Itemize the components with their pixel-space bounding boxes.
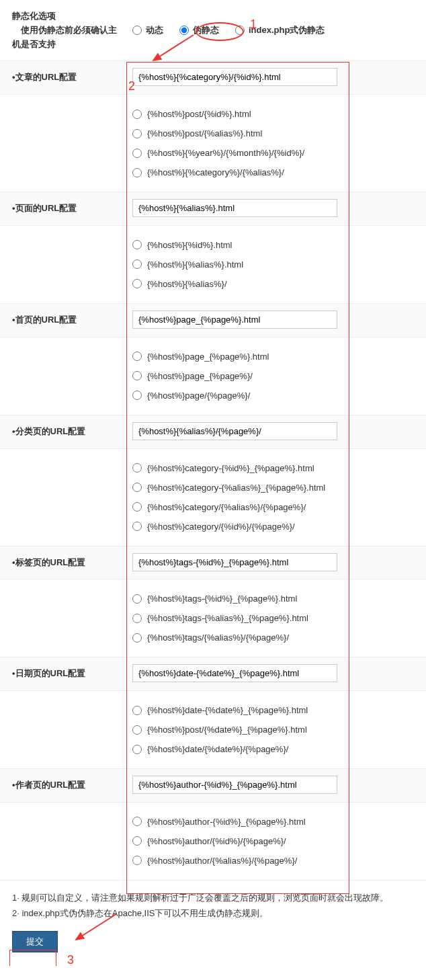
author-option-0-radio[interactable] <box>132 817 142 826</box>
header-title-2: 使用伪静态前必须确认主机是否支持 <box>12 25 117 49</box>
page-option-2[interactable]: {%host%}{%alias%}/ <box>132 274 418 294</box>
index-option-0[interactable]: {%host%}page_{%page%}.html <box>132 347 418 366</box>
submit-button[interactable]: 提交 <box>12 931 58 952</box>
article-option-3[interactable]: {%host%}{%category%}/{%alias%}/ <box>132 163 418 182</box>
author-option-0-label: {%host%}author-{%id%}_{%page%}.html <box>147 817 306 827</box>
date-url-input[interactable] <box>132 664 337 682</box>
article-option-2-label: {%host%}{%year%}/{%month%}/{%id%}/ <box>147 148 304 158</box>
category-option-3-label: {%host%}category/{%id%}/{%page%}/ <box>147 522 295 532</box>
tag-url-input[interactable] <box>132 553 337 571</box>
article-option-0-label: {%host%}post/{%id%}.html <box>147 109 251 119</box>
date-option-1-label: {%host%}post/{%date%}_{%page%}.html <box>147 725 307 735</box>
author-option-2-label: {%host%}author/{%alias%}/{%page%}/ <box>147 856 297 866</box>
note-1: 1· 规则可以自定义，请注意如果规则解析过于广泛会覆盖之后的规则，浏览页面时就会… <box>12 890 414 905</box>
date-option-0[interactable]: {%host%}date-{%date%}_{%page%}.html <box>132 700 418 720</box>
article-option-3-label: {%host%}{%category%}/{%alias%}/ <box>147 167 284 177</box>
article-option-2-radio[interactable] <box>132 149 142 158</box>
article-url-input[interactable] <box>132 68 337 86</box>
page-option-0-radio[interactable] <box>132 240 142 249</box>
page-option-1-radio[interactable] <box>132 259 142 269</box>
index-option-0-radio[interactable] <box>132 352 142 361</box>
article-option-0[interactable]: {%host%}post/{%id%}.html <box>132 104 418 124</box>
index-option-1[interactable]: {%host%}page_{%page%}/ <box>132 366 418 386</box>
mode-dynamic[interactable]: 动态 <box>132 24 163 36</box>
page-option-0-label: {%host%}{%id%}.html <box>147 240 232 250</box>
mode-pseudo-radio[interactable] <box>179 26 189 35</box>
section-tag-label: •标签页的URL配置 <box>0 546 124 579</box>
category-option-2-label: {%host%}category/{%alias%}/{%page%}/ <box>147 502 306 512</box>
page-option-2-label: {%host%}{%alias%}/ <box>147 279 227 289</box>
notes: 1· 规则可以自定义，请注意如果规则解析过于广泛会覆盖之后的规则，浏览页面时就会… <box>0 881 426 927</box>
category-option-3[interactable]: {%host%}category/{%id%}/{%page%}/ <box>132 517 418 536</box>
date-option-2-label: {%host%}date/{%date%}/{%page%}/ <box>147 744 288 754</box>
author-option-2[interactable]: {%host%}author/{%alias%}/{%page%}/ <box>132 851 418 870</box>
mode-pseudo[interactable]: 伪静态 <box>179 24 219 36</box>
page-option-0[interactable]: {%host%}{%id%}.html <box>132 235 418 255</box>
category-option-1[interactable]: {%host%}category-{%alias%}_{%page%}.html <box>132 478 418 497</box>
category-option-2-radio[interactable] <box>132 502 142 512</box>
index-option-0-label: {%host%}page_{%page%}.html <box>147 352 269 362</box>
mode-pseudo-label: 伪静态 <box>193 24 219 36</box>
index-option-2-label: {%host%}page/{%page%}/ <box>147 391 250 401</box>
header-title-1: 静态化选项 <box>12 11 56 21</box>
tag-option-1-label: {%host%}tags-{%alias%}_{%page%}.html <box>147 613 308 623</box>
tag-option-1[interactable]: {%host%}tags-{%alias%}_{%page%}.html <box>132 608 418 628</box>
index-option-1-radio[interactable] <box>132 371 142 380</box>
category-option-3-radio[interactable] <box>132 522 142 531</box>
category-option-0-label: {%host%}category-{%id%}_{%page%}.html <box>147 463 314 473</box>
article-option-2[interactable]: {%host%}{%year%}/{%month%}/{%id%}/ <box>132 143 418 163</box>
mode-dynamic-radio[interactable] <box>132 26 142 35</box>
page-option-1-label: {%host%}{%alias%}.html <box>147 259 243 270</box>
page-option-1[interactable]: {%host%}{%alias%}.html <box>132 255 418 274</box>
tag-option-2[interactable]: {%host%}tags/{%alias%}/{%page%}/ <box>132 628 418 647</box>
date-option-1[interactable]: {%host%}post/{%date%}_{%page%}.html <box>132 720 418 739</box>
category-option-0-radio[interactable] <box>132 463 142 473</box>
author-option-0[interactable]: {%host%}author-{%id%}_{%page%}.html <box>132 812 418 831</box>
category-option-0[interactable]: {%host%}category-{%id%}_{%page%}.html <box>132 458 418 478</box>
section-article-label: •文章的URL配置 <box>0 61 124 94</box>
category-option-2[interactable]: {%host%}category/{%alias%}/{%page%}/ <box>132 497 418 517</box>
page-option-2-radio[interactable] <box>132 279 142 288</box>
index-option-2[interactable]: {%host%}page/{%page%}/ <box>132 386 418 405</box>
date-option-0-label: {%host%}date-{%date%}_{%page%}.html <box>147 705 308 715</box>
article-option-1-label: {%host%}post/{%alias%}.html <box>147 128 262 138</box>
section-date-label: •日期页的URL配置 <box>0 657 124 690</box>
article-option-1[interactable]: {%host%}post/{%alias%}.html <box>132 124 418 143</box>
section-category-label: •分类页的URL配置 <box>0 415 124 448</box>
author-option-1-radio[interactable] <box>132 836 142 846</box>
mode-indexphp-radio[interactable] <box>235 26 245 35</box>
tag-option-0-label: {%host%}tags-{%id%}_{%page%}.html <box>147 594 297 604</box>
section-index-label: •首页的URL配置 <box>0 304 124 337</box>
mode-dynamic-label: 动态 <box>146 24 163 36</box>
date-option-0-radio[interactable] <box>132 706 142 715</box>
note-2: 2· index.php式伪伪静态在Apache,IIS下可以不用生成伪静态规则… <box>12 905 414 921</box>
index-option-2-radio[interactable] <box>132 391 142 400</box>
tag-option-2-radio[interactable] <box>132 633 142 643</box>
author-option-2-radio[interactable] <box>132 856 142 865</box>
tag-option-0-radio[interactable] <box>132 594 142 604</box>
mode-indexphp-label: index.php式伪静态 <box>249 24 325 36</box>
date-option-1-radio[interactable] <box>132 725 142 735</box>
page-url-input[interactable] <box>132 199 337 217</box>
section-author-label: •作者页的URL配置 <box>0 769 124 802</box>
category-url-input[interactable] <box>132 422 337 440</box>
section-header: 静态化选项 使用伪静态前必须确认主机是否支持 <box>0 0 124 60</box>
category-option-1-label: {%host%}category-{%alias%}_{%page%}.html <box>147 483 325 493</box>
category-option-1-radio[interactable] <box>132 483 142 492</box>
article-option-3-radio[interactable] <box>132 168 142 177</box>
tag-option-2-label: {%host%}tags/{%alias%}/{%page%}/ <box>147 632 289 643</box>
date-option-2[interactable]: {%host%}date/{%date%}/{%page%}/ <box>132 739 418 759</box>
mode-indexphp[interactable]: index.php式伪静态 <box>235 24 325 36</box>
author-url-input[interactable] <box>132 776 337 794</box>
article-option-1-radio[interactable] <box>132 129 142 138</box>
index-option-1-label: {%host%}page_{%page%}/ <box>147 371 253 381</box>
tag-option-1-radio[interactable] <box>132 614 142 623</box>
article-option-0-radio[interactable] <box>132 110 142 119</box>
section-page-label: •页面的URL配置 <box>0 192 124 225</box>
index-url-input[interactable] <box>132 311 337 329</box>
author-option-1-label: {%host%}author/{%id%}/{%page%}/ <box>147 836 286 846</box>
date-option-2-radio[interactable] <box>132 745 142 754</box>
tag-option-0[interactable]: {%host%}tags-{%id%}_{%page%}.html <box>132 589 418 608</box>
author-option-1[interactable]: {%host%}author/{%id%}/{%page%}/ <box>132 831 418 851</box>
